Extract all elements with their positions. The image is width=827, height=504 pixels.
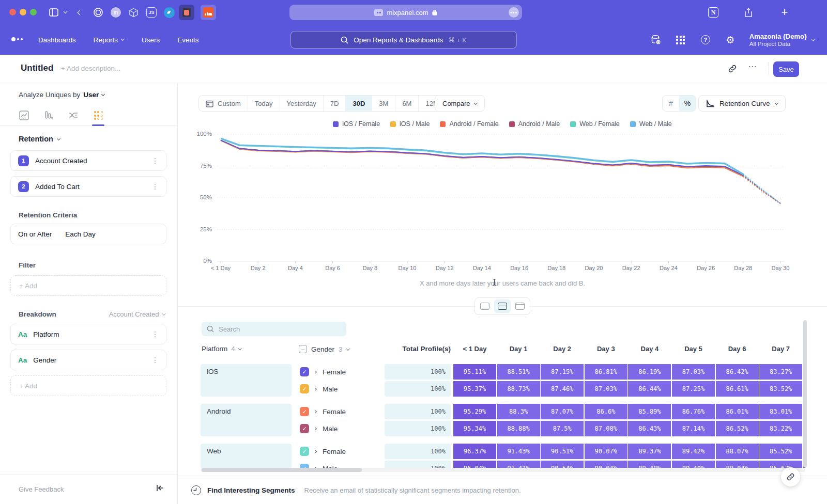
chart-type-dropdown[interactable]: Retention Curve [698,95,786,112]
view-split-button[interactable] [494,300,511,313]
report-title[interactable]: Untitled [21,63,53,73]
extension-bird-icon[interactable] [162,6,176,19]
unit-percent-button[interactable]: % [679,96,696,111]
settings-gear-icon[interactable]: ⚙ [725,34,736,45]
platform-cell[interactable]: Android [201,404,292,436]
window-minimize-button[interactable] [20,9,26,15]
tab-funnels[interactable] [41,108,56,123]
analyze-uniques-control[interactable]: Analyze Uniques by User [19,91,104,99]
expand-chevron-icon[interactable] [313,427,317,430]
extension-m-icon[interactable]: m [110,6,122,19]
filter-add-button[interactable]: + Add [10,275,166,296]
expand-chevron-icon[interactable] [313,387,317,390]
unit-number-button[interactable]: # [663,96,679,111]
vertical-scrollbar[interactable] [803,320,807,467]
range-30d[interactable]: 30D [346,96,372,111]
apps-grid-icon[interactable] [675,34,686,45]
table-search-input[interactable]: Search [202,322,346,336]
retention-section-heading[interactable]: Retention [19,135,60,143]
kebab-menu-icon[interactable]: ⋮ [151,156,159,165]
add-description[interactable]: + Add description... [61,65,120,72]
range-today[interactable]: Today [248,96,280,111]
tab-flows[interactable] [66,108,81,123]
horizontal-scrollbar[interactable] [201,468,805,472]
view-chart-only-button[interactable] [477,300,493,313]
range-6m[interactable]: 6M [395,96,419,111]
criteria-interval[interactable]: Each Day [65,230,96,238]
expand-chevron-icon[interactable] [313,370,317,373]
extension-ring-icon[interactable] [92,6,104,19]
legend-item[interactable]: Android / Male [509,120,560,128]
day-column-header[interactable]: Day 5 [672,345,715,353]
criteria-card[interactable]: On or After Each Day [10,224,166,244]
range-3m[interactable]: 3M [372,96,395,111]
legend-item[interactable]: iOS / Female [333,120,380,128]
range-yesterday[interactable]: Yesterday [280,96,324,111]
extension-cube-icon[interactable] [127,6,140,19]
tab-retention[interactable] [91,108,105,123]
extension-logseq-icon[interactable] [179,5,194,20]
view-table-only-button[interactable] [512,300,528,313]
breakdown-gender[interactable]: AaGender⋮ [10,350,166,370]
back-icon[interactable] [75,6,84,19]
compare-button[interactable]: Compare [435,95,485,112]
row-checkbox[interactable]: ✓ [300,464,309,468]
retention-chart[interactable] [214,129,793,269]
window-close-button[interactable] [9,9,16,15]
nav-item-reports[interactable]: Reports [94,36,124,44]
expand-chevron-icon[interactable] [313,410,317,413]
window-zoom-button[interactable] [30,9,37,15]
kebab-menu-icon[interactable]: ⋮ [151,330,159,338]
select-all-checkbox[interactable]: – [299,345,307,353]
segments-title[interactable]: Find Interesting Segments [207,486,295,494]
day-column-header[interactable]: Day 1 [497,345,540,353]
row-checkbox[interactable]: ✓ [300,367,309,376]
scrollbar-thumb[interactable] [202,468,362,472]
row-checkbox[interactable]: ✓ [300,407,309,416]
day-column-header[interactable]: Day 7 [759,345,803,353]
more-actions[interactable]: ... [748,60,757,69]
row-checkbox[interactable]: ✓ [300,447,309,456]
tab-insights[interactable] [17,108,31,123]
url-bar[interactable]: mixpanel.com ••• [289,5,522,20]
legend-item[interactable]: Web / Male [630,120,672,128]
give-feedback-link[interactable]: Give Feedback [19,485,64,493]
day-column-header[interactable]: Day 6 [715,345,759,353]
share-link-fab[interactable] [781,467,800,486]
url-more-icon[interactable]: ••• [509,7,519,18]
data-management-icon[interactable] [650,34,662,45]
global-search[interactable]: Open Reports & Dashboards ⌘ + K [290,31,517,49]
help-icon[interactable]: ? [700,34,711,45]
legend-item[interactable]: Web / Female [570,120,620,128]
expand-chevron-icon[interactable] [313,449,317,453]
platform-column-header[interactable]: Platform4 [202,345,241,353]
breakdown-add-button[interactable]: + Add [10,375,166,396]
row-checkbox[interactable]: ✓ [300,384,309,393]
new-tab-icon[interactable]: + [778,6,791,19]
platform-cell[interactable]: Web [201,444,292,468]
notion-icon[interactable]: N [707,6,719,19]
account-switcher[interactable]: Amazonia {Demo} All Project Data [749,33,815,47]
criteria-operator[interactable]: On or After [18,230,52,238]
nav-item-dashboards[interactable]: Dashboards [38,36,76,44]
breakdown-scope-dropdown[interactable]: Account Created [109,310,165,318]
day-column-header[interactable]: Day 3 [584,345,627,353]
legend-item[interactable]: iOS / Male [390,120,430,128]
row-checkbox[interactable]: ✓ [300,424,309,433]
collapse-sidebar-icon[interactable] [156,484,164,492]
platform-cell[interactable]: iOS [201,364,292,397]
extension-js-icon[interactable]: JS [145,6,158,19]
nav-item-users[interactable]: Users [142,36,160,44]
breakdown-platform[interactable]: AaPlatform⋮ [10,324,166,344]
mixpanel-logo-icon[interactable] [11,37,23,41]
nav-item-events[interactable]: Events [177,36,198,44]
copy-link-icon[interactable] [728,64,737,73]
gender-column-header[interactable]: – Gender3 [299,345,349,353]
kebab-menu-icon[interactable]: ⋮ [151,356,159,364]
day-column-header[interactable]: < 1 Day [453,345,497,353]
range-7d[interactable]: 7D [324,96,346,111]
save-button[interactable]: Save [773,61,799,77]
retention-step-1[interactable]: 1Account Created⋮ [10,150,166,171]
legend-item[interactable]: Android / Female [440,120,498,128]
tab-chevron-icon[interactable] [62,6,68,19]
